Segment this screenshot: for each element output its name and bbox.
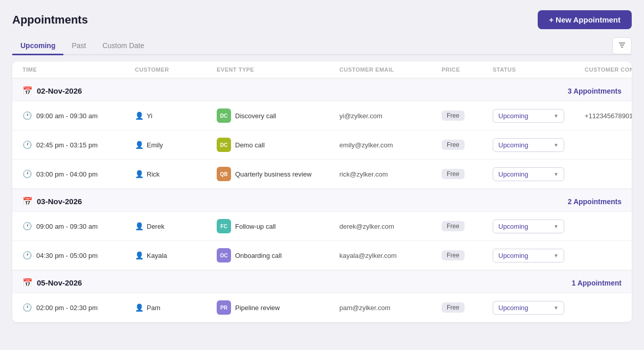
- filter-icon: [618, 41, 626, 49]
- customer-name: Emily: [147, 141, 163, 149]
- event-type-cell: OC Onboarding call: [217, 248, 339, 262]
- status-label: Upcoming: [498, 223, 528, 230]
- customer-name: Rick: [147, 170, 159, 178]
- col-email: CUSTOMER EMAIL: [339, 67, 442, 73]
- col-contact: CUSTOMER CONTACT: [585, 67, 632, 73]
- date-group-row: 📅 05-Nov-2026 1 Appointment: [12, 270, 632, 293]
- event-badge: QB: [217, 167, 231, 181]
- person-icon: 👤: [135, 303, 144, 312]
- status-cell: Upcoming ▼: [493, 138, 585, 152]
- calendar-icon: 📅: [22, 278, 33, 288]
- table-row: 🕐 04:30 pm - 05:00 pm 👤 Kayala OC Onboar…: [12, 241, 632, 270]
- event-type-cell: DC Discovery call: [217, 108, 339, 123]
- time-cell: 🕐 04:30 pm - 05:00 pm: [22, 251, 135, 260]
- status-cell: Upcoming ▼: [493, 249, 585, 262]
- event-type-cell: DC Demo call: [217, 138, 339, 152]
- status-dropdown[interactable]: Upcoming ▼: [493, 249, 564, 262]
- new-appointment-button[interactable]: + New Appointment: [538, 10, 632, 29]
- event-badge: DC: [217, 108, 231, 123]
- event-type-label: Onboarding call: [235, 252, 282, 259]
- tab-custom-date[interactable]: Custom Date: [94, 37, 152, 55]
- price-cell: Free: [442, 140, 493, 150]
- status-cell: Upcoming ▼: [493, 109, 585, 123]
- person-icon: 👤: [135, 112, 144, 120]
- event-type-label: Pipeline review: [235, 304, 280, 312]
- customer-name: Pam: [147, 304, 160, 312]
- event-type-label: Discovery call: [235, 112, 276, 120]
- clock-icon: 🕐: [22, 251, 32, 260]
- customer-cell: 👤 Emily: [135, 141, 217, 149]
- event-type-cell: FC Follow-up call: [217, 219, 339, 233]
- person-icon: 👤: [135, 141, 144, 149]
- time-value: 02:00 pm - 02:30 pm: [36, 304, 98, 312]
- price-cell: Free: [442, 250, 493, 260]
- customer-name: Kayala: [147, 252, 167, 259]
- status-dropdown[interactable]: Upcoming ▼: [493, 167, 564, 181]
- time-cell: 🕐 03:00 pm - 04:00 pm: [22, 169, 135, 179]
- tab-past[interactable]: Past: [63, 37, 94, 55]
- page-header: Appointments + New Appointment: [12, 10, 632, 29]
- status-cell: Upcoming ▼: [493, 220, 585, 233]
- customer-name: Derek: [147, 223, 165, 230]
- time-cell: 🕐 02:00 pm - 02:30 pm: [22, 303, 135, 312]
- email-cell: kayala@zylker.com: [339, 252, 442, 259]
- event-type-label: Demo call: [235, 141, 265, 149]
- time-cell: 🕐 02:45 pm - 03:15 pm: [22, 140, 135, 149]
- event-type-label: Quarterly business review: [235, 170, 312, 178]
- chevron-down-icon: ▼: [554, 113, 559, 119]
- status-label: Upcoming: [498, 170, 528, 178]
- email-cell: derek@zylker.com: [339, 223, 442, 230]
- table-row: 🕐 09:00 am - 09:30 am 👤 Derek FC Follow-…: [12, 212, 632, 241]
- chevron-down-icon: ▼: [554, 171, 559, 177]
- email-cell: rick@zylker.com: [339, 170, 442, 178]
- chevron-down-icon: ▼: [554, 253, 559, 258]
- email-cell: yi@zylker.com: [339, 112, 442, 120]
- status-cell: Upcoming ▼: [493, 167, 585, 181]
- email-cell: pam@zylker.com: [339, 304, 442, 312]
- price-badge: Free: [442, 140, 465, 150]
- col-time: TIME: [22, 67, 135, 73]
- event-badge: PR: [217, 300, 231, 315]
- status-dropdown[interactable]: Upcoming ▼: [493, 301, 564, 315]
- date-group-count: 2 Appointments: [568, 198, 622, 206]
- table-header-row: TIME CUSTOMER EVENT TYPE CUSTOMER EMAIL …: [12, 61, 632, 78]
- time-cell: 🕐 09:00 am - 09:30 am: [22, 222, 135, 231]
- status-label: Upcoming: [498, 141, 528, 149]
- price-cell: Free: [442, 221, 493, 231]
- event-badge: OC: [217, 248, 231, 262]
- price-badge: Free: [442, 221, 465, 231]
- clock-icon: 🕐: [22, 111, 32, 120]
- status-dropdown[interactable]: Upcoming ▼: [493, 220, 564, 233]
- tab-upcoming[interactable]: Upcoming: [12, 37, 63, 55]
- email-cell: emily@zylker.com: [339, 141, 442, 149]
- filter-area: [612, 37, 632, 54]
- status-dropdown[interactable]: Upcoming ▼: [493, 138, 564, 152]
- status-label: Upcoming: [498, 304, 528, 312]
- time-value: 09:00 am - 09:30 am: [36, 112, 98, 120]
- person-icon: 👤: [135, 170, 144, 178]
- clock-icon: 🕐: [22, 222, 32, 231]
- price-cell: Free: [442, 302, 493, 313]
- col-event-type: EVENT TYPE: [217, 67, 339, 73]
- time-value: 09:00 am - 09:30 am: [36, 223, 98, 230]
- price-badge: Free: [442, 250, 465, 260]
- filter-button[interactable]: [612, 37, 632, 54]
- chevron-down-icon: ▼: [554, 224, 559, 229]
- time-value: 02:45 pm - 03:15 pm: [36, 141, 98, 149]
- table-row: 🕐 03:00 pm - 04:00 pm 👤 Rick QB Quarterl…: [12, 160, 632, 189]
- col-customer: CUSTOMER: [135, 67, 217, 73]
- date-group-row: 📅 02-Nov-2026 3 Appointments: [12, 78, 632, 101]
- calendar-icon: 📅: [22, 196, 33, 206]
- event-badge: DC: [217, 138, 231, 152]
- event-badge: FC: [217, 219, 231, 233]
- table-row: 🕐 02:45 pm - 03:15 pm 👤 Emily DC Demo ca…: [12, 130, 632, 160]
- date-group-row: 📅 03-Nov-2026 2 Appointments: [12, 189, 632, 212]
- clock-icon: 🕐: [22, 169, 32, 179]
- customer-cell: 👤 Rick: [135, 170, 217, 178]
- event-type-cell: PR Pipeline review: [217, 300, 339, 315]
- status-dropdown[interactable]: Upcoming ▼: [493, 109, 564, 123]
- calendar-icon: 📅: [22, 86, 33, 96]
- contact-cell: +112345678901: [585, 112, 632, 120]
- status-label: Upcoming: [498, 112, 528, 120]
- col-price: PRICE: [442, 67, 493, 73]
